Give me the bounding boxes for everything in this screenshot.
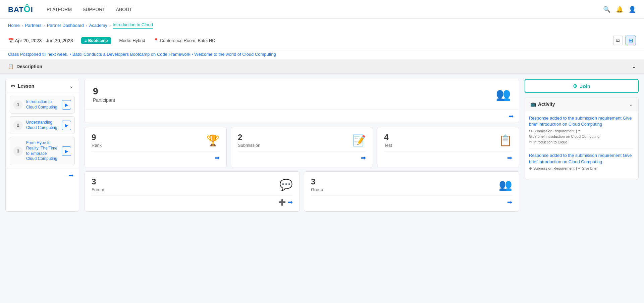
stat-num-rank: 9 bbox=[92, 133, 102, 142]
rank-more-arrow[interactable]: ➡ bbox=[215, 154, 220, 162]
forum-more-arrow[interactable]: ➕ bbox=[278, 199, 286, 206]
participant-info: 9 Participant bbox=[93, 86, 115, 103]
lesson-more-arrow[interactable]: ➡ bbox=[68, 172, 73, 179]
notification-button[interactable]: 🔔 bbox=[616, 6, 623, 13]
participant-footer: ➡ bbox=[85, 110, 519, 123]
activity-chevron[interactable]: ⌄ bbox=[629, 101, 633, 107]
middle-panel: 9 Participant 👥 ➡ 9 Rank 🏆 bbox=[85, 79, 519, 212]
logo: BATÔI bbox=[8, 4, 33, 14]
lesson-items: 1 Introduction to Cloud Computing ▶ 2 Un… bbox=[6, 93, 79, 168]
test-icon: 📋 bbox=[499, 134, 512, 147]
lesson-title-2: Understanding Cloud Computing bbox=[26, 120, 58, 130]
lesson-header: ✂ Lesson ⌄ bbox=[6, 79, 79, 93]
activity-item-1-meta: ⊙ Submission Requirement | ≡ Give brief … bbox=[529, 129, 634, 138]
ticker-bar: Class Postponed till next week. • Batoi … bbox=[0, 49, 644, 60]
stat-label-group: Group bbox=[311, 187, 323, 192]
stat-footer-submission: ➡ bbox=[238, 151, 366, 162]
logo-dot: Ô bbox=[24, 4, 31, 14]
nav-support[interactable]: SUPPORT bbox=[83, 7, 105, 12]
group-icon: 👥 bbox=[499, 178, 512, 191]
stat-card-test: 4 Test 📋 ➡ bbox=[377, 127, 519, 167]
stat-num-forum: 3 bbox=[92, 177, 104, 186]
view-toggle-2[interactable]: ⊞ bbox=[626, 36, 636, 45]
breadcrumb-home[interactable]: Home bbox=[8, 23, 20, 28]
description-icon: 📋 bbox=[8, 64, 14, 69]
lesson-arrow-2[interactable]: ▶ bbox=[62, 121, 71, 130]
search-button[interactable]: 🔍 bbox=[603, 6, 610, 13]
activity-course-name-1[interactable]: Introduction to Cloud bbox=[533, 140, 568, 144]
meta-mode: Mode: Hybrid bbox=[119, 38, 145, 43]
stat-card-rank: 9 Rank 🏆 ➡ bbox=[85, 127, 227, 167]
lesson-item-1: 1 Introduction to Cloud Computing ▶ bbox=[10, 96, 75, 114]
activity-items: Response added to the submission require… bbox=[525, 111, 638, 179]
stat-label-submission: Submission bbox=[238, 143, 260, 148]
stat-body-test: 4 Test 📋 bbox=[384, 133, 512, 148]
stat-info-rank: 9 Rank bbox=[92, 133, 102, 148]
lesson-item-3: 3 From Hype to Reality: The Time to Embr… bbox=[10, 137, 75, 165]
activity-meta-icon-1: ⊙ bbox=[529, 129, 532, 133]
stat-info-test: 4 Test bbox=[384, 133, 392, 148]
forum-nav-arrow[interactable]: ➡ bbox=[288, 199, 293, 206]
activity-title: 📺 Activity bbox=[530, 101, 555, 107]
activity-item-2: Response added to the submission require… bbox=[529, 153, 634, 175]
activity-item-1: Response added to the submission require… bbox=[529, 115, 634, 148]
participant-more-arrow[interactable]: ➡ bbox=[508, 113, 514, 120]
stat-card-submission: 2 Submission 📝 ➡ bbox=[231, 127, 373, 167]
stat-label-test: Test bbox=[384, 143, 392, 148]
activity-meta-sep-1: | bbox=[576, 129, 577, 133]
view-toggle-1[interactable]: ⧉ bbox=[613, 36, 623, 45]
join-icon: ⊕ bbox=[573, 83, 577, 89]
activity-item-2-title[interactable]: Response added to the submission require… bbox=[529, 153, 634, 165]
submission-icon: 📝 bbox=[353, 134, 366, 147]
stat-body-forum: 3 Forum 💬 bbox=[92, 177, 293, 192]
meta-location: 📍 Conference Room, Batoi HQ bbox=[153, 38, 215, 43]
lesson-num-1: 1 bbox=[13, 100, 23, 110]
stat-footer-rank: ➡ bbox=[92, 151, 220, 162]
group-more-arrow[interactable]: ➡ bbox=[507, 199, 512, 206]
breadcrumb-partner-dashboard[interactable]: Partner Dashboard bbox=[47, 23, 84, 28]
lesson-chevron[interactable]: ⌄ bbox=[69, 83, 73, 89]
activity-header: 📺 Activity ⌄ bbox=[525, 97, 638, 111]
activity-meta-type-2: Submission Requirement bbox=[533, 166, 575, 170]
breadcrumb-partners[interactable]: Partners bbox=[25, 23, 42, 28]
breadcrumb-academy[interactable]: Academy bbox=[89, 23, 107, 28]
lesson-arrow-1[interactable]: ▶ bbox=[62, 100, 71, 110]
breadcrumb-current[interactable]: Introduction to Cloud bbox=[113, 22, 153, 29]
submission-more-arrow[interactable]: ➡ bbox=[361, 154, 366, 162]
activity-meta-type-1: Submission Requirement bbox=[533, 129, 575, 133]
activity-icon: 📺 bbox=[530, 101, 536, 107]
join-button[interactable]: ⊕ Join bbox=[525, 79, 639, 93]
lesson-arrow-3[interactable]: ▶ bbox=[62, 146, 71, 156]
stat-body-rank: 9 Rank 🏆 bbox=[92, 133, 220, 148]
breadcrumb-sep-4: › bbox=[109, 23, 111, 28]
main-nav: PLATFORM SUPPORT ABOUT bbox=[47, 7, 603, 12]
meta-bar: 📅 Apr 20, 2023 - Jun 30, 2023 ≡ Bootcamp… bbox=[0, 32, 644, 49]
stat-info-group: 3 Group bbox=[311, 177, 323, 192]
lesson-title-3: From Hype to Reality: The Time to Embrac… bbox=[26, 140, 58, 161]
logo-text: BATÔI bbox=[8, 4, 33, 14]
description-bar[interactable]: 📋 Description ⌄ bbox=[0, 60, 644, 74]
participant-card: 9 Participant 👥 ➡ bbox=[85, 79, 519, 123]
nav-about[interactable]: ABOUT bbox=[116, 7, 132, 12]
header-right: 🔍 🔔 👤 bbox=[603, 6, 636, 13]
bottom-grid: 3 Forum 💬 ➕ ➡ 3 Group 👥 bbox=[85, 171, 519, 212]
activity-panel: 📺 Activity ⌄ Response added to the submi… bbox=[525, 97, 639, 179]
description-label: 📋 Description bbox=[8, 64, 42, 69]
nav-platform[interactable]: PLATFORM bbox=[47, 7, 72, 12]
meta-right-actions: ⧉ ⊞ bbox=[613, 36, 636, 45]
participant-count: 9 bbox=[93, 86, 115, 97]
breadcrumb-sep-2: › bbox=[44, 23, 45, 28]
stat-body-group: 3 Group 👥 bbox=[311, 177, 512, 192]
activity-item-1-title[interactable]: Response added to the submission require… bbox=[529, 115, 634, 127]
lesson-item-2: 2 Understanding Cloud Computing ▶ bbox=[10, 116, 75, 134]
user-avatar[interactable]: 👤 bbox=[629, 6, 636, 13]
test-more-arrow[interactable]: ➡ bbox=[507, 154, 512, 162]
stat-body-submission: 2 Submission 📝 bbox=[238, 133, 366, 148]
badge-bootcamp: ≡ Bootcamp bbox=[81, 37, 111, 44]
activity-meta-sep-2: | bbox=[576, 166, 577, 170]
activity-meta-desc-2: Give brief bbox=[582, 166, 597, 170]
activity-item-2-meta: ⊙ Submission Requirement | ≡ Give brief bbox=[529, 166, 634, 171]
right-panel: ⊕ Join 📺 Activity ⌄ Response added to th… bbox=[525, 79, 639, 212]
stat-footer-group: ➡ bbox=[311, 196, 512, 206]
meta-date: 📅 Apr 20, 2023 - Jun 30, 2023 bbox=[8, 38, 73, 43]
